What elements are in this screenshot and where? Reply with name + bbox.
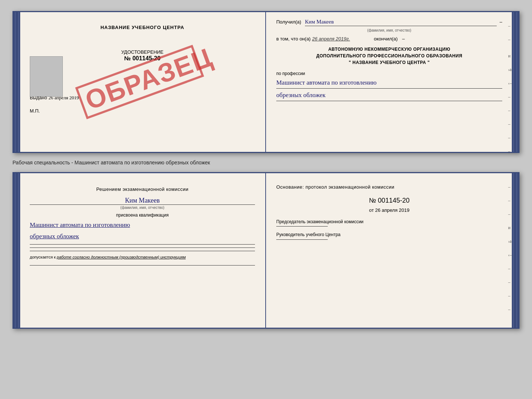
bottom-line-4 (30, 265, 255, 266)
bottom-profession-1: Машинист автомата по изготовлению (30, 220, 255, 230)
bottom-document: Решением экзаменационной комиссии Ким Ма… (12, 172, 520, 329)
bottom-assigned: присвоена квалификация (30, 213, 255, 218)
side-dashes: – – и ›а ‹– – – – – – (508, 23, 512, 154)
bottom-line-3 (30, 251, 255, 251)
bottom-date: от 26 апреля 2019 (276, 207, 502, 213)
cert-label: УДОСТОВЕРЕНИЕ (30, 49, 255, 55)
head-label: Руководитель учебного Центра (276, 232, 502, 238)
bottom-name-sub: (фамилия, имя, отчество) (30, 206, 255, 210)
chairman-label: Председатель экзаменационной комиссии (276, 219, 502, 225)
chairman-signature (276, 226, 328, 227)
cert-number-area: УДОСТОВЕРЕНИЕ № 001145-20 (30, 49, 255, 62)
bottom-basis: Основание: протокол экзаменационной коми… (276, 184, 502, 191)
cert-issued: Выдано 26 апреля 2019 (30, 95, 255, 101)
bottom-decision: Решением экзаменационной комиссии (30, 186, 255, 193)
profession-value-2: обрезных обложек (276, 90, 502, 101)
name-sub: (фамилия, имя, отчество) (276, 28, 502, 32)
mp-label: М.П. (30, 108, 255, 114)
bottom-line-1 (30, 244, 255, 245)
top-doc-left: НАЗВАНИЕ УЧЕБНОГО ЦЕНТРА УДОСТОВЕРЕНИЕ №… (14, 12, 266, 152)
bottom-dopusk: допускается к работе согласно должностны… (30, 255, 255, 259)
bottom-side-dashes: – – – и ›а ‹– – – – – (508, 184, 512, 312)
photo-placeholder (30, 56, 63, 97)
bottom-line-2 (30, 247, 255, 248)
bottom-profession-2: обрезных обложек (30, 231, 255, 241)
bottom-doc-right: Основание: протокол экзаменационной коми… (266, 173, 518, 328)
top-doc-right: Получил(а) Ким Макеев – (фамилия, имя, о… (266, 12, 518, 152)
head-signature (276, 239, 328, 240)
profession-value-1: Машинист автомата по изготовлению (276, 78, 502, 89)
bottom-name: Ким Макеев (30, 197, 255, 205)
bottom-protocol-number: № 001145-20 (276, 197, 502, 204)
cert-number: № 001145-20 (30, 55, 255, 62)
received-row: Получил(а) Ким Макеев – (276, 19, 502, 26)
profession-label: по профессии (276, 71, 502, 76)
org-section: АВТОНОМНУЮ НЕКОММЕРЧЕСКУЮ ОРГАНИЗАЦИЮ ДО… (276, 46, 502, 66)
bottom-doc-left: Решением экзаменационной комиссии Ким Ма… (14, 173, 266, 328)
in-that-row: в том, что он(а) 26 апреля 2019г. окончи… (276, 36, 502, 42)
top-document: НАЗВАНИЕ УЧЕБНОГО ЦЕНТРА УДОСТОВЕРЕНИЕ №… (12, 11, 520, 153)
cert-title: НАЗВАНИЕ УЧЕБНОГО ЦЕНТРА (30, 25, 255, 30)
description-text: Рабочая специальность - Машинист автомат… (12, 160, 520, 165)
